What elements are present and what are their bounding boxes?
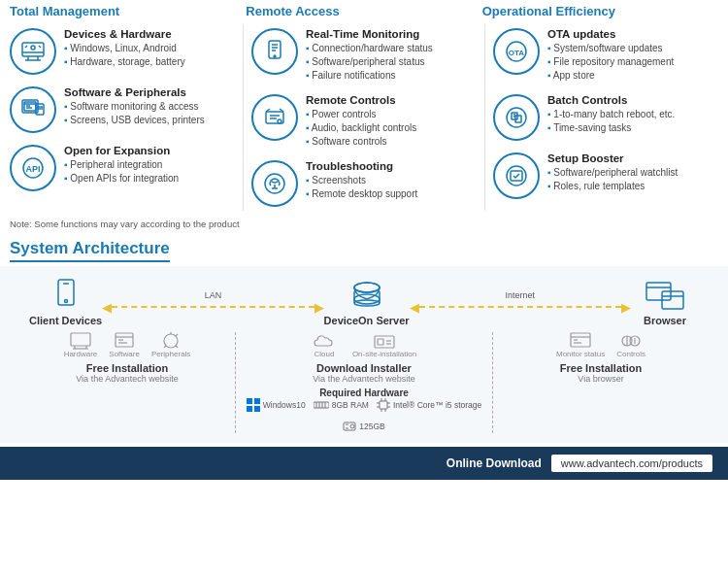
svg-text:OTA: OTA [509, 49, 525, 57]
server-install-sub: Via the Advantech website [313, 374, 414, 384]
arch-title-section: System Architecture [0, 233, 728, 266]
server-install-label: Download Installer [316, 362, 412, 374]
peripherals-icon-item: Peripherals [151, 332, 190, 358]
svg-line-66 [176, 334, 178, 336]
browser-details: Monitor status Controls Free Installatio… [493, 332, 709, 433]
browser-install-label: Free Installation [560, 362, 642, 374]
setup-text: Setup Booster Software/peripheral watchl… [547, 152, 678, 193]
devices-icon [10, 28, 56, 75]
req-windows: Windows10 [247, 398, 306, 412]
remote-icon [251, 94, 298, 141]
batch-icon [493, 94, 540, 141]
svg-rect-74 [254, 398, 260, 404]
svg-point-45 [354, 283, 380, 292]
section-headers: Total Management Remote Access Operation… [0, 0, 728, 20]
req-cpu: Intel® Core™ i5 storage [377, 398, 481, 412]
browser-install-sub: Via browser [578, 374, 623, 384]
feature-batch: Batch Controls 1-to-many batch reboot, e… [493, 90, 718, 145]
svg-line-68 [164, 346, 166, 348]
troubleshoot-text: Troubleshooting Screenshots Remote deskt… [306, 160, 417, 201]
svg-point-5 [31, 46, 35, 50]
cloud-icon-item: Cloud [312, 332, 337, 358]
svg-rect-56 [71, 333, 90, 346]
online-download-label: Online Download [447, 456, 542, 470]
req-storage: 125GB [343, 420, 384, 433]
online-download-url: www.advantech.com/products [551, 455, 712, 472]
feature-setup: Setup Booster Software/peripheral watchl… [493, 149, 718, 203]
svg-point-42 [64, 300, 67, 303]
browser-node: Browser [631, 278, 699, 326]
required-hardware-label: Required Hardware [319, 388, 409, 398]
svg-rect-70 [378, 339, 383, 345]
arch-section: Client Devices LAN ◀ ▶ D [0, 266, 728, 443]
svg-line-6 [25, 46, 27, 48]
arch-title: System Architecture [10, 239, 170, 262]
arch-details: Hardware Software [10, 330, 718, 435]
feature-col-3: OTA OTA updates System/software updates … [493, 24, 718, 211]
svg-line-67 [176, 346, 178, 348]
software-icon-item: Software [109, 332, 140, 358]
software-text: Software & Peripherals Software monitori… [64, 86, 205, 127]
hardware-icon-item: Hardware [64, 332, 98, 358]
svg-text:API: API [25, 164, 40, 174]
svg-point-22 [274, 55, 276, 57]
onsite-icon-item: On-site-installation [352, 332, 416, 358]
feature-grid: Devices & Hardware Windows, Linux, Andro… [0, 20, 728, 215]
remote-text: Remote Controls Power controls Audio, ba… [306, 94, 416, 149]
client-node: Client Devices [29, 278, 102, 326]
feature-monitoring: Real-Time Monitoring Connection/hardware… [251, 24, 477, 86]
svg-line-7 [39, 46, 41, 48]
troubleshoot-icon [251, 160, 298, 207]
ota-icon: OTA [493, 28, 540, 75]
feature-api: API Open for Expansion Peripheral integr… [10, 141, 235, 195]
client-install-label: Free Installation [86, 362, 168, 374]
svg-rect-73 [247, 398, 252, 404]
api-icon: API [10, 145, 56, 191]
header-total: Total Management [10, 4, 246, 18]
server-details: Cloud On-site-installation Download Inst… [236, 332, 493, 433]
feature-troubleshoot: Troubleshooting Screenshots Remote deskt… [251, 156, 477, 211]
batch-text: Batch Controls 1-to-many batch reboot, e… [547, 94, 675, 135]
server-node: DeviceOn Server [324, 278, 410, 326]
software-icon [10, 86, 56, 133]
svg-rect-60 [116, 333, 133, 347]
svg-point-29 [265, 174, 284, 193]
feature-col-1: Devices & Hardware Windows, Linux, Andro… [10, 24, 244, 211]
bottom-bar: Online Download www.advantech.com/produc… [0, 447, 728, 480]
api-text: Open for Expansion Peripheral integratio… [64, 145, 179, 186]
feature-devices: Devices & Hardware Windows, Linux, Andro… [10, 24, 235, 79]
svg-rect-75 [247, 406, 252, 412]
setup-icon [493, 152, 540, 199]
lan-arrow: LAN ◀ ▶ [102, 290, 323, 315]
svg-rect-91 [344, 422, 355, 430]
header-remote: Remote Access [246, 4, 481, 18]
client-details: Hardware Software [19, 332, 236, 433]
svg-point-34 [507, 108, 526, 127]
feature-software: Software & Peripherals Software monitori… [10, 83, 235, 137]
monitoring-icon [251, 28, 298, 75]
client-install-sub: Via the Advantech website [76, 374, 178, 384]
svg-point-26 [278, 119, 281, 123]
svg-point-64 [164, 334, 178, 348]
required-hardware-row: Windows10 8GB RAM Intel® Core™ i5 storag… [242, 398, 486, 433]
svg-rect-76 [254, 406, 260, 412]
svg-rect-77 [314, 402, 329, 408]
internet-arrow: Internet ◀ ▶ [410, 290, 631, 315]
feature-col-2: Real-Time Monitoring Connection/hardware… [251, 24, 485, 211]
svg-rect-82 [380, 401, 387, 409]
monitoring-text: Real-Time Monitoring Connection/hardware… [306, 28, 433, 83]
ota-text: OTA updates System/software updates File… [547, 28, 674, 83]
header-operational: Operational Efficiency [482, 4, 718, 18]
feature-ota: OTA OTA updates System/software updates … [493, 24, 718, 86]
monitor-status-icon: Monitor status [556, 332, 605, 358]
feature-remote: Remote Controls Power controls Audio, ba… [251, 90, 477, 152]
devices-text: Devices & Hardware Windows, Linux, Andro… [64, 28, 185, 69]
controls-icon: Controls [616, 332, 645, 358]
svg-point-92 [350, 424, 354, 428]
note: Note: Some functions may vary according … [0, 215, 728, 233]
req-ram: 8GB RAM [314, 400, 369, 410]
